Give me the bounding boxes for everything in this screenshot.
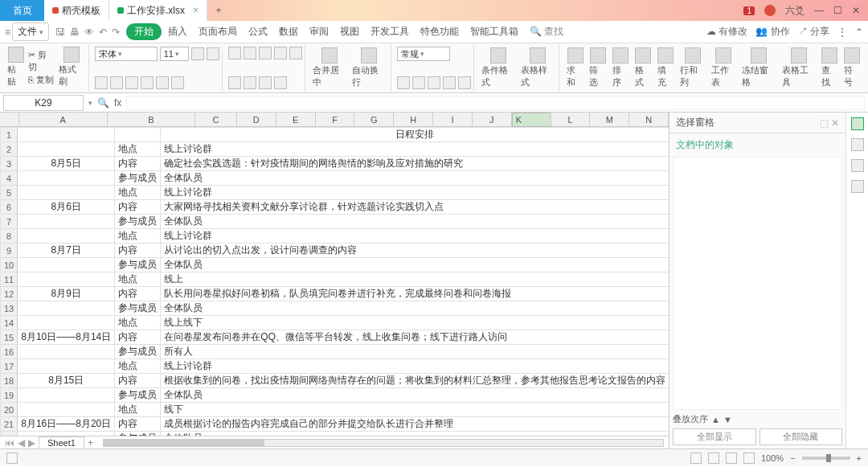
cell[interactable]: 参与成员 — [115, 171, 161, 186]
save-icon[interactable]: 🖫 — [55, 27, 65, 38]
sheet-tab[interactable]: Sheet1 — [39, 436, 84, 448]
coop-button[interactable]: 👥 协作 — [755, 25, 789, 39]
send-backward-icon[interactable]: ▼ — [723, 415, 732, 424]
cell[interactable]: 内容 — [115, 157, 161, 171]
row-header[interactable]: 2 — [1, 142, 18, 157]
cond-format-button[interactable]: 条件格式 — [480, 47, 517, 88]
format-button[interactable]: 格式 — [633, 47, 653, 88]
sidetool-icon[interactable] — [851, 180, 864, 193]
view-normal-icon[interactable] — [690, 453, 702, 464]
cloud-status[interactable]: ☁ 有修改 — [706, 25, 747, 39]
cell[interactable] — [115, 128, 161, 142]
row-header[interactable]: 13 — [1, 301, 18, 316]
sum-button[interactable]: 求和 — [565, 47, 585, 88]
row-header[interactable]: 16 — [1, 345, 18, 359]
add-tab-button[interactable]: + — [207, 0, 230, 21]
cell[interactable]: 线上线下 — [161, 316, 669, 330]
orientation-icon[interactable] — [274, 76, 287, 89]
col-I[interactable]: I — [433, 113, 473, 126]
cell[interactable]: 8月10日——8月14日 — [18, 330, 115, 345]
indent-dec-icon[interactable] — [274, 47, 287, 59]
status-icon[interactable] — [6, 453, 18, 464]
row-header[interactable]: 6 — [1, 200, 18, 215]
cell[interactable]: 内容 — [115, 244, 161, 258]
col-M[interactable]: M — [590, 113, 629, 126]
row-header[interactable]: 10 — [1, 258, 18, 272]
align-top-icon[interactable] — [228, 47, 241, 59]
menu-formula[interactable]: 公式 — [244, 23, 272, 41]
cell[interactable]: 参与成员 — [115, 301, 161, 316]
select-all-corner[interactable] — [0, 113, 19, 126]
cell[interactable]: 8月9日 — [18, 287, 115, 301]
font-select[interactable]: 宋体▾ — [95, 47, 158, 61]
minimize-button[interactable]: — — [814, 5, 824, 16]
cell[interactable]: 线上讨论群 — [161, 359, 669, 374]
cell[interactable]: 8月6日 — [18, 200, 115, 215]
currency-icon[interactable] — [397, 76, 410, 89]
sidetool-icon[interactable] — [851, 159, 864, 172]
cell[interactable]: 地点 — [115, 359, 161, 374]
align-mid-icon[interactable] — [244, 47, 256, 59]
add-sheet-button[interactable]: + — [88, 437, 93, 448]
cell[interactable] — [18, 229, 115, 244]
close-icon[interactable]: × — [193, 5, 199, 16]
col-N[interactable]: N — [629, 113, 669, 126]
username[interactable]: 六爻 — [785, 4, 805, 18]
bold-icon[interactable] — [95, 76, 108, 89]
cell[interactable]: 8月5日 — [18, 157, 115, 171]
align-right-icon[interactable] — [259, 76, 272, 89]
cell[interactable] — [18, 345, 115, 359]
col-L[interactable]: L — [551, 113, 591, 126]
rowcol-button[interactable]: 行和列 — [678, 47, 707, 88]
cell[interactable]: 从讨论出的切入点出发，设计问卷调查的内容 — [161, 244, 669, 258]
sidetool-icon[interactable] — [851, 138, 864, 151]
cell[interactable] — [18, 258, 115, 272]
maximize-button[interactable]: ☐ — [833, 5, 842, 16]
view-break-icon[interactable] — [726, 453, 737, 464]
show-all-button[interactable]: 全部显示 — [673, 428, 756, 445]
cell[interactable]: 8月7日 — [18, 244, 115, 258]
row-header[interactable]: 4 — [1, 171, 18, 186]
row-header[interactable]: 9 — [1, 244, 18, 258]
preview-icon[interactable]: 👁 — [84, 27, 94, 38]
col-D[interactable]: D — [237, 113, 276, 126]
menu-pagelayout[interactable]: 页面布局 — [194, 23, 242, 41]
undock-icon[interactable]: ⬚ — [820, 117, 829, 129]
italic-icon[interactable] — [110, 76, 123, 89]
reading-mode-icon[interactable] — [743, 453, 755, 464]
view-page-icon[interactable] — [708, 453, 719, 464]
col-E[interactable]: E — [276, 113, 316, 126]
find-button[interactable]: 查找 — [820, 47, 840, 88]
close-panel-icon[interactable]: ✕ — [831, 117, 839, 129]
cell[interactable]: 全体队员 — [161, 258, 669, 272]
indent-inc-icon[interactable] — [289, 47, 302, 59]
sheet-button[interactable]: 工作表 — [710, 47, 739, 88]
row-header[interactable]: 18 — [1, 374, 18, 388]
cell[interactable]: 内容 — [115, 287, 161, 301]
row-header[interactable]: 1 — [1, 128, 18, 142]
horizontal-scrollbar[interactable] — [103, 439, 664, 447]
menu-file[interactable]: 文件▾ — [12, 23, 49, 41]
cell[interactable]: 内容 — [115, 374, 161, 388]
cell[interactable]: 线下 — [161, 403, 669, 417]
menu-data[interactable]: 数据 — [274, 23, 303, 41]
cell[interactable]: 根据收集到的问卷，找出疫情期间网络舆情存在的问题；将收集到的材料汇总整理，参考其… — [161, 374, 669, 388]
more-icon[interactable]: ⋮ — [837, 27, 847, 38]
cell[interactable] — [18, 272, 115, 287]
fontcolor-icon[interactable] — [171, 76, 184, 89]
zoom-in-icon[interactable]: + — [857, 453, 862, 463]
freeze-button[interactable]: 冻结窗格 — [740, 47, 777, 88]
cell[interactable]: 内容 — [115, 417, 161, 432]
cell[interactable]: 线上 — [161, 272, 669, 287]
grid[interactable]: 1日程安排2地点线上讨论群38月5日内容确定社会实践选题：针对疫情期间的网络舆情… — [0, 127, 669, 436]
col-G[interactable]: G — [354, 113, 394, 126]
cell[interactable]: 全体队员 — [161, 215, 669, 229]
cell[interactable]: 内容 — [115, 330, 161, 345]
cell[interactable]: 队长用问卷星拟好问卷初稿，队员填完问卷并进行补充，完成最终问卷和问卷海报 — [161, 287, 669, 301]
formula-input[interactable] — [126, 96, 865, 110]
cell[interactable]: 地点 — [115, 186, 161, 200]
row-header[interactable]: 7 — [1, 215, 18, 229]
copy-button[interactable]: ⎘ 复制 — [28, 74, 55, 86]
cell[interactable]: 成员根据讨论的报告内容完成自己的部分并提交给队长进行合并整理 — [161, 417, 669, 432]
sheet-nav-next-icon[interactable]: ▶ — [28, 437, 35, 448]
